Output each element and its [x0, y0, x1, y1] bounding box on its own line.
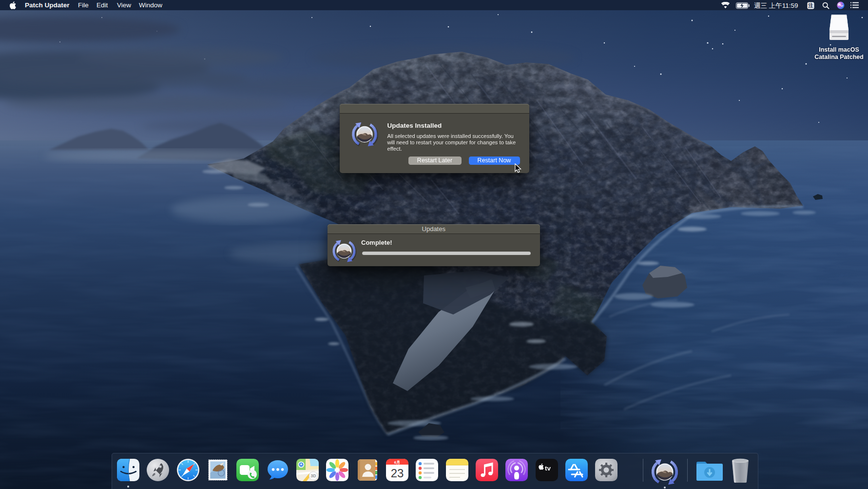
svg-text:tv: tv — [545, 465, 551, 472]
svg-text:3D: 3D — [310, 473, 316, 478]
svg-text:6月: 6月 — [394, 460, 400, 465]
svg-text:注: 注 — [808, 2, 813, 8]
svg-text:23: 23 — [391, 467, 404, 480]
